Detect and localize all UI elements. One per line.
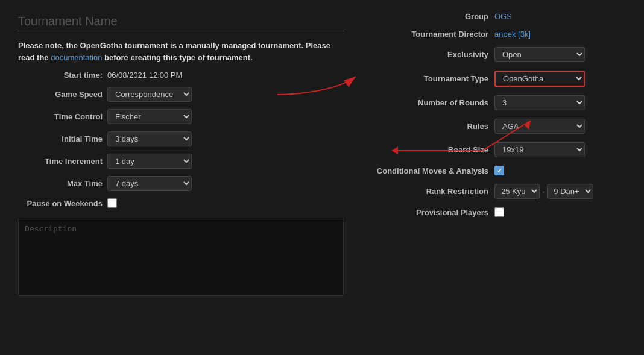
- game-speed-select[interactable]: Correspondence Live Blitz: [107, 87, 192, 102]
- max-time-label: Max Time: [18, 179, 103, 188]
- director-value: anoek [3k]: [494, 30, 531, 39]
- provisional-players-row: Provisional Players: [368, 207, 626, 217]
- provisional-players-checkbox[interactable]: [494, 207, 504, 217]
- conditional-moves-checkbox[interactable]: [494, 166, 504, 175]
- pause-weekends-row: Pause on Weekends: [18, 198, 344, 208]
- exclusivity-select[interactable]: Open Invite Only Team: [494, 47, 585, 62]
- start-time-value: 06/08/2021 12:00 PM: [107, 71, 182, 80]
- board-size-row: Board Size 19x19 13x13 9x9: [368, 142, 626, 157]
- rounds-row: Number of Rounds 3 4 5 6 7: [368, 95, 626, 110]
- initial-time-select[interactable]: 3 days 1 day 2 days 5 days: [107, 131, 192, 146]
- rank-min-select[interactable]: 25 Kyu 20 Kyu 15 Kyu: [494, 184, 540, 199]
- initial-time-label: Initial Time: [18, 134, 103, 143]
- rank-restriction-group: 25 Kyu 20 Kyu 15 Kyu - 9 Dan+ 5 Dan 1 Da…: [494, 184, 593, 199]
- rules-label: Rules: [368, 122, 488, 131]
- rules-select[interactable]: AGA Japanese Chinese Korean: [494, 119, 585, 134]
- tournament-type-row: Tournament Type OpenGotha Round Robin Sw…: [368, 71, 626, 87]
- time-control-label: Time Control: [18, 112, 103, 121]
- game-speed-label: Game Speed: [18, 90, 103, 99]
- rank-separator: -: [542, 187, 545, 196]
- right-panel: Group OGS Tournament Director anoek [3k]…: [368, 12, 626, 343]
- rules-row: Rules AGA Japanese Chinese Korean: [368, 119, 626, 134]
- board-size-label: Board Size: [368, 145, 488, 154]
- left-panel: Please note, the OpenGotha tournament is…: [18, 12, 344, 343]
- group-value: OGS: [494, 12, 512, 21]
- rounds-label: Number of Rounds: [368, 98, 488, 107]
- initial-time-row: Initial Time 3 days 1 day 2 days 5 days: [18, 131, 344, 146]
- conditional-moves-label: Conditional Moves & Analysis: [368, 166, 488, 175]
- time-increment-row: Time Increment 1 day 2 days 3 days: [18, 154, 344, 169]
- director-row: Tournament Director anoek [3k]: [368, 30, 626, 39]
- tournament-name-input[interactable]: [18, 12, 344, 31]
- tournament-type-label: Tournament Type: [368, 74, 488, 83]
- time-control-select[interactable]: Fischer Byoyomi Canadian Simple: [107, 109, 192, 124]
- time-control-row: Time Control Fischer Byoyomi Canadian Si…: [18, 109, 344, 124]
- board-size-select[interactable]: 19x19 13x13 9x9: [494, 142, 585, 157]
- director-label: Tournament Director: [368, 30, 488, 39]
- max-time-select[interactable]: 7 days 3 days 14 days: [107, 176, 192, 191]
- rank-restriction-label: Rank Restriction: [368, 187, 488, 196]
- group-label: Group: [368, 12, 488, 21]
- pause-weekends-checkbox[interactable]: [107, 198, 117, 208]
- start-time-row: Start time: 06/08/2021 12:00 PM: [18, 71, 344, 80]
- warning-text: Please note, the OpenGotha tournament is…: [18, 40, 344, 63]
- max-time-row: Max Time 7 days 3 days 14 days: [18, 176, 344, 191]
- time-increment-select[interactable]: 1 day 2 days 3 days: [107, 154, 192, 169]
- conditional-moves-row: Conditional Moves & Analysis: [368, 166, 626, 175]
- time-increment-label: Time Increment: [18, 157, 103, 166]
- group-row: Group OGS: [368, 12, 626, 21]
- start-time-label: Start time:: [18, 71, 103, 80]
- exclusivity-label: Exclusivity: [368, 50, 488, 59]
- rank-restriction-row: Rank Restriction 25 Kyu 20 Kyu 15 Kyu - …: [368, 184, 626, 199]
- provisional-players-label: Provisional Players: [368, 208, 488, 217]
- pause-weekends-label: Pause on Weekends: [18, 199, 103, 208]
- tournament-type-select[interactable]: OpenGotha Round Robin Swiss McMahon: [494, 71, 585, 87]
- game-speed-row: Game Speed Correspondence Live Blitz: [18, 87, 344, 102]
- documentation-link[interactable]: documentation: [51, 53, 102, 62]
- exclusivity-row: Exclusivity Open Invite Only Team: [368, 47, 626, 62]
- description-textarea[interactable]: [18, 218, 344, 296]
- rank-max-select[interactable]: 9 Dan+ 5 Dan 1 Dan: [547, 184, 593, 199]
- rounds-select[interactable]: 3 4 5 6 7: [494, 95, 585, 110]
